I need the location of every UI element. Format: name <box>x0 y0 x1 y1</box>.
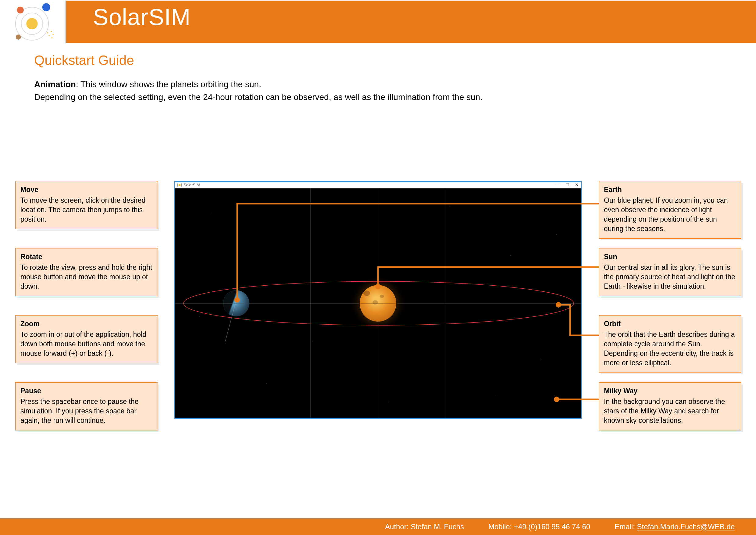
star <box>211 213 212 213</box>
footer-author-name: Stefan M. Fuchs <box>411 522 464 531</box>
callout-move-body: To move the screen, click on the desired… <box>20 196 145 223</box>
star <box>266 383 267 384</box>
svg-point-10 <box>47 32 48 34</box>
callout-pause: Pause Press the spacebar once to pause t… <box>15 382 158 431</box>
svg-point-5 <box>16 35 21 40</box>
simulation-window-title: SolarSIM <box>183 183 200 187</box>
star <box>541 359 542 360</box>
simulation-titlebar: SolarSIM — ☐ ✕ <box>175 182 581 188</box>
sun-body <box>360 285 396 322</box>
callout-move: Move To move the screen, click on the de… <box>15 181 158 229</box>
callout-milky-title: Milky Way <box>604 386 736 396</box>
svg-point-9 <box>51 38 52 39</box>
app-logo <box>3 2 61 44</box>
callout-sun-body: Our central star in all its glory. The s… <box>604 264 735 290</box>
star <box>495 396 496 396</box>
callout-orbit-body: The orbit that the Earth describes durin… <box>604 330 735 367</box>
callout-rotate-title: Rotate <box>20 252 153 262</box>
footer-band: Author: Stefan M. Fuchs Mobile: +49 (0)1… <box>0 518 756 535</box>
footer-email: Email: Stefan.Mario.Fuchs@WEB.de <box>615 522 735 531</box>
svg-point-6 <box>51 31 52 32</box>
intro-line2: Depending on the selected setting, even … <box>34 92 483 102</box>
star <box>449 207 450 207</box>
callout-earth-title: Earth <box>604 185 736 194</box>
footer-mobile: Mobile: +49 (0)160 95 46 74 60 <box>488 522 590 531</box>
star <box>312 341 313 341</box>
maximize-icon[interactable]: ☐ <box>566 182 570 187</box>
svg-point-7 <box>52 34 54 35</box>
callout-pause-title: Pause <box>20 386 153 396</box>
simulation-window-icon <box>178 183 182 187</box>
minimize-icon[interactable]: — <box>556 182 560 187</box>
app-title: SolarSIM <box>93 4 191 30</box>
callout-zoom: Zoom To zoom in or out of the applicatio… <box>15 315 158 363</box>
simulation-window: SolarSIM — ☐ ✕ <box>174 181 582 419</box>
callout-sun: Sun Our central star in all its glory. T… <box>599 248 742 296</box>
footer-email-link[interactable]: Stefan.Mario.Fuchs@WEB.de <box>637 522 735 531</box>
callout-earth-body: Our blue planet. If you zoom in, you can… <box>604 196 728 233</box>
callout-earth: Earth Our blue planet. If you zoom in, y… <box>599 181 742 239</box>
callout-milky-body: In the background you can observe the st… <box>604 398 725 424</box>
callout-zoom-body: To zoom in or out of the application, ho… <box>20 330 146 357</box>
intro-bold: Animation <box>34 80 76 89</box>
svg-point-4 <box>42 3 50 11</box>
callout-zoom-title: Zoom <box>20 319 153 329</box>
intro-line1-rest: : This window shows the planets orbiting… <box>76 80 261 89</box>
footer-email-label: Email: <box>615 522 637 531</box>
page-title: Quickstart Guide <box>34 53 134 68</box>
star <box>388 402 389 402</box>
callout-orbit-title: Orbit <box>604 319 736 329</box>
svg-point-2 <box>26 18 38 29</box>
callout-pause-body: Press the spacebar once to pause the sim… <box>20 398 138 424</box>
callout-rotate: Rotate To rotate the view, press and hol… <box>15 248 158 296</box>
callout-sun-title: Sun <box>604 252 736 262</box>
earth-body <box>223 290 249 317</box>
close-icon[interactable]: ✕ <box>575 182 578 187</box>
svg-point-3 <box>17 7 24 14</box>
star <box>510 255 511 256</box>
callout-rotate-body: To rotate the view, press and hold the r… <box>20 264 152 290</box>
footer-mobile-number: +49 (0)160 95 46 74 60 <box>514 522 590 531</box>
svg-point-8 <box>48 35 50 36</box>
footer-mobile-label: Mobile: <box>488 522 514 531</box>
callout-move-title: Move <box>20 185 153 194</box>
callout-milky: Milky Way In the background you can obse… <box>599 382 742 431</box>
intro-text: Animation: This window shows the planets… <box>34 78 483 104</box>
simulation-viewport[interactable] <box>175 188 581 418</box>
star <box>556 234 557 235</box>
callout-orbit: Orbit The orbit that the Earth describes… <box>599 315 742 373</box>
footer-author-label: Author: <box>385 522 411 531</box>
footer-author: Author: Stefan M. Fuchs <box>385 522 464 531</box>
